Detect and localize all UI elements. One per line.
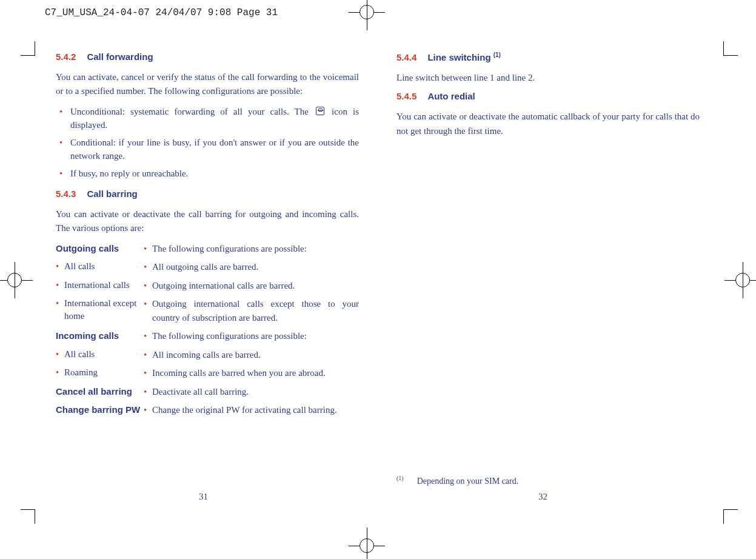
table-row-desc: Outgoing international calls are barred. [144,279,359,293]
table-row-desc: The following configurations are possibl… [144,329,359,343]
print-header: C7_UM_USA_24-04-07 24/04/07 9:08 Page 31 [45,7,278,18]
table-row-desc: Change the original PW for activating ca… [144,403,359,417]
section-title: Call barring [87,189,137,199]
table-row-desc: The following configurations are possibl… [144,242,359,256]
term-label: Incoming calls [56,330,119,341]
section-title: Line switching [427,52,493,62]
paragraph-5-4-5: You can activate or deactivate the autom… [396,110,700,138]
crop-mark-top-right [723,41,738,56]
table-row-term: Change barring PW [56,403,144,417]
section-number: 5.4.3 [56,189,76,199]
registration-mark-top [349,0,385,30]
page-32: 5.4.4Line switching (1) Line switch betw… [396,52,700,144]
table-row-term: Incoming calls [56,329,144,343]
registration-mark-bottom [349,527,385,559]
table-row-term: Roaming [56,366,144,380]
heading-5-4-5: 5.4.5Auto redial [396,91,700,101]
term-label: Outgoing calls [56,243,119,253]
heading-5-4-3: 5.4.3Call barring [56,189,359,199]
crop-mark-top-left [21,41,35,56]
table-row-desc: Deactivate all call barring. [144,385,359,399]
list-5-4-2: Unconditional: systematic forwarding of … [56,105,359,181]
page-31: 5.4.2Call forwarding You can activate, c… [56,52,359,417]
paragraph-5-4-3: You can activate or deactivate the call … [56,207,359,236]
footnote: (1)Depending on your SIM card. [396,475,518,486]
paragraph-5-4-4: Line switch between line 1 and line 2. [396,71,700,85]
table-row-desc: All outgoing calls are barred. [144,260,359,274]
heading-5-4-2: 5.4.2Call forwarding [56,52,359,62]
section-number: 5.4.2 [56,52,76,62]
section-number: 5.4.5 [396,91,416,101]
footnote-mark: (1) [396,475,404,481]
table-row-term: International except home [56,297,144,324]
crop-mark-bottom-right [723,509,738,524]
page-number-left: 31 [199,492,208,502]
list-item: If busy, no reply or unreachable. [56,167,359,181]
section-number: 5.4.4 [396,52,416,62]
registration-mark-right [724,262,756,298]
table-row-desc: Incoming calls are barred when you are a… [144,366,359,380]
table-row-term: All calls [56,260,144,274]
table-row-desc: Outgoing international calls except thos… [144,297,359,324]
table-row-term: Outgoing calls [56,242,144,256]
page-number-right: 32 [538,492,547,502]
forwarding-icon [316,107,324,115]
table-row-desc: All incoming calls are barred. [144,348,359,362]
table-row-term: All calls [56,348,144,362]
list-item: Conditional: if your line is busy, if yo… [56,136,359,163]
heading-5-4-4: 5.4.4Line switching (1) [396,52,700,62]
table-row-term: International calls [56,279,144,293]
registration-mark-left [0,262,33,298]
section-title: Auto redial [427,91,475,101]
crop-mark-bottom-left [21,509,35,524]
table-row-term: Cancel all barring [56,385,144,399]
footnote-text: Depending on your SIM card. [417,477,519,486]
term-label: Cancel all barring [56,386,132,397]
section-title: Call forwarding [87,52,153,62]
term-label: Change barring PW [56,404,140,415]
list-text-a: Unconditional: systematic forwarding of … [70,107,314,116]
superscript-ref: (1) [493,52,501,58]
list-item: Unconditional: systematic forwarding of … [56,105,359,132]
definition-table: Outgoing callsThe following configuratio… [56,242,359,417]
paragraph-5-4-2: You can activate, cancel or verify the s… [56,70,359,99]
